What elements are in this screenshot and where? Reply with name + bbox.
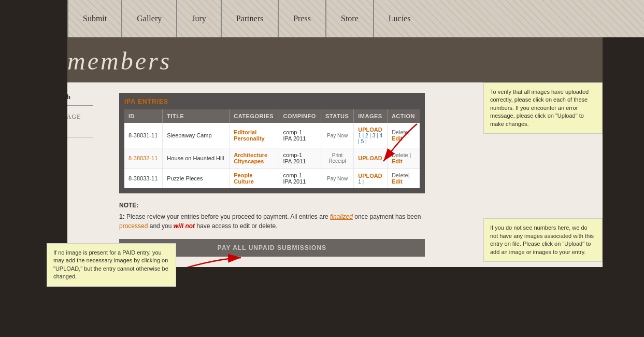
main-panel: IPA ENTRIES ID TITLE CATEGORIES CompInfo… <box>114 82 603 267</box>
img-link-1-4[interactable]: 4 <box>379 133 382 138</box>
row3-status: Pay Now <box>321 168 353 189</box>
row2-action: Delete | Edit <box>387 148 420 168</box>
img-link-1-5[interactable]: 5 <box>361 138 364 144</box>
table-row: 8-38031-11 Sleepaway Camp Editorial Pers… <box>124 123 420 148</box>
top-nav: Submit Gallery Jury Partners Press Store… <box>0 0 644 37</box>
col-action: ACTION <box>387 109 420 123</box>
img-link-1-1[interactable]: 1 <box>358 133 361 138</box>
row2-edit[interactable]: Edit <box>392 158 403 164</box>
row2-id-link[interactable]: 8-38032-11 <box>128 155 158 161</box>
col-images: IMAGES <box>354 109 388 123</box>
row1-images: UPLOAD 1 | 2 | 3 | 4 | 5 | <box>354 123 388 148</box>
table-row: 8-38032-11 House on Haunted Hill Archite… <box>124 148 420 168</box>
note-title: NOTE: <box>119 202 425 209</box>
nav-jury[interactable]: Jury <box>176 0 221 37</box>
nav-lucies[interactable]: Lucies <box>373 0 425 37</box>
col-compinfo: CompInfo <box>279 109 321 123</box>
img-link-3-1[interactable]: 1 <box>358 179 361 185</box>
ipa-entries-label: IPA ENTRIES <box>124 98 420 105</box>
row3-delete[interactable]: Delete <box>392 172 408 178</box>
row2-status: PrintReceipt <box>321 148 353 168</box>
members-header: members <box>0 37 603 82</box>
page-title: members <box>67 47 603 75</box>
row2-images: UPLOAD <box>354 148 388 168</box>
ipa-table: ID TITLE CATEGORIES CompInfo STATUS IMAG… <box>124 109 420 188</box>
row1-title: Sleepaway Camp <box>163 123 230 148</box>
tooltip-bottom-right: If you do not see numbers here, we do no… <box>483 218 603 262</box>
row2-delete[interactable]: Delete <box>392 152 410 158</box>
row3-compinfo: comp-1IPA 2011 <box>279 168 321 189</box>
row1-edit[interactable]: Edit <box>392 135 403 142</box>
img-link-1-2[interactable]: 2 <box>365 133 368 138</box>
note-text: 1: Please review your entries before you… <box>119 212 425 231</box>
row1-compinfo: comp-1IPA 2011 <box>279 123 321 148</box>
nav-partners[interactable]: Partners <box>221 0 278 37</box>
nav-store[interactable]: Store <box>325 0 373 37</box>
ipa-table-container: IPA ENTRIES ID TITLE CATEGORIES CompInfo… <box>119 93 425 193</box>
col-title: TITLE <box>163 109 230 123</box>
row1-delete[interactable]: Delete <box>392 129 408 135</box>
row3-category: People Culture <box>230 168 279 189</box>
body-row: members Welcome John Smith MEMBER MAIN P… <box>0 37 644 267</box>
right-dark-area <box>603 37 644 267</box>
row3-images: UPLOAD 1 | <box>354 168 388 189</box>
row3-id: 8-38033-11 <box>124 168 163 189</box>
row3-title: Puzzle Pieces <box>163 168 230 189</box>
row1-id: 8-38031-11 <box>124 123 163 148</box>
nav-press[interactable]: Press <box>278 0 325 37</box>
row1-status: Pay Now <box>321 123 353 148</box>
img-link-1-3[interactable]: 3 <box>373 133 376 138</box>
row3-action: Delete| Edit <box>387 168 420 189</box>
row1-category: Editorial Personality <box>230 123 279 148</box>
nav-submit[interactable]: Submit <box>67 0 121 37</box>
row2-id: 8-38032-11 <box>124 148 163 168</box>
table-header-row: ID TITLE CATEGORIES CompInfo STATUS IMAG… <box>124 109 420 123</box>
row2-category: Architecture Cityscapes <box>230 148 279 168</box>
row1-action: Delete| Edit <box>387 123 420 148</box>
table-row: 8-38033-11 Puzzle Pieces People Culture … <box>124 168 420 189</box>
note-section: NOTE: 1: Please review your entries befo… <box>119 202 425 231</box>
page-wrapper: Submit Gallery Jury Partners Press Store… <box>0 0 644 267</box>
col-status: STATUS <box>321 109 353 123</box>
tooltip-top-right: To verify that all images have uploaded … <box>483 82 603 134</box>
col-categories: CATEGORIES <box>230 109 279 123</box>
row2-compinfo: comp-1IPA 2011 <box>279 148 321 168</box>
row3-edit[interactable]: Edit <box>392 178 403 185</box>
nav-gallery[interactable]: Gallery <box>121 0 176 37</box>
content-area: Welcome John Smith MEMBER MAIN PAGE LOGO… <box>0 82 603 267</box>
row2-title: House on Haunted Hill <box>163 148 230 168</box>
col-id: ID <box>124 109 163 123</box>
center-column: members Welcome John Smith MEMBER MAIN P… <box>0 37 603 267</box>
tooltip-bottom-left: If no image is present for a PAID entry,… <box>47 243 176 287</box>
